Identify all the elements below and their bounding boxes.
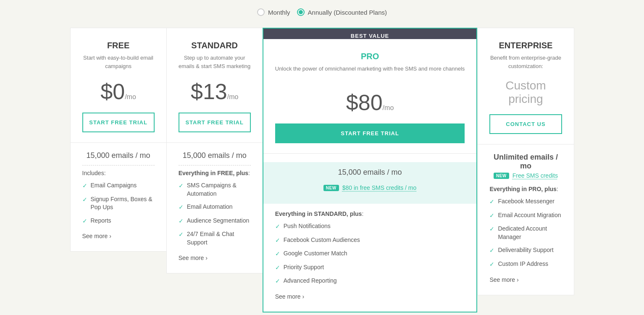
pro-sms-text: $80 in free SMS credits / mo bbox=[342, 184, 417, 191]
monthly-radio[interactable] bbox=[257, 8, 265, 16]
standard-emails: 15,000 emails / mo bbox=[179, 151, 251, 165]
billing-toggle: Monthly Annually (Discounted Plans) bbox=[8, 8, 636, 16]
free-plan-price: $0/mo bbox=[82, 79, 155, 104]
check-icon: ✓ bbox=[275, 236, 280, 245]
standard-price-amount: $13 bbox=[191, 79, 227, 104]
check-icon: ✓ bbox=[489, 247, 494, 255]
standard-see-more[interactable]: See more › bbox=[179, 255, 251, 261]
check-icon: ✓ bbox=[179, 203, 184, 212]
free-plan-desc: Start with easy-to-build email campaigns bbox=[82, 54, 155, 71]
plans-container: FREE Start with easy-to-build email camp… bbox=[70, 28, 574, 312]
free-cta-button[interactable]: START FREE TRIAL bbox=[82, 113, 155, 132]
enterprise-see-more[interactable]: See more › bbox=[489, 276, 562, 283]
plan-standard: STANDARD Step up to automate your emails… bbox=[166, 28, 263, 273]
standard-plan-name: STANDARD bbox=[179, 41, 251, 50]
list-item: ✓Push Notifications bbox=[275, 222, 465, 231]
list-item: ✓Email Automation bbox=[179, 203, 251, 212]
pro-includes-label: Everything in STANDARD, plus: bbox=[275, 210, 465, 217]
monthly-label: Monthly bbox=[268, 9, 290, 16]
standard-features-list: ✓SMS Campaigns & Automation ✓Email Autom… bbox=[179, 181, 251, 247]
list-item: ✓Custom IP Address bbox=[489, 260, 562, 269]
free-includes-label: Includes: bbox=[82, 170, 155, 176]
pro-emails: 15,000 emails / mo bbox=[275, 168, 465, 182]
free-plan-name: FREE bbox=[82, 41, 155, 50]
check-icon: ✓ bbox=[275, 250, 280, 258]
annually-radio[interactable] bbox=[297, 8, 305, 16]
check-icon: ✓ bbox=[275, 277, 280, 286]
list-item: ✓Google Customer Match bbox=[275, 249, 465, 258]
free-price-amount: $0 bbox=[100, 79, 125, 104]
check-icon: ✓ bbox=[179, 182, 184, 190]
list-item: ✓SMS Campaigns & Automation bbox=[179, 181, 251, 198]
pro-sms-row: NEW $80 in free SMS credits / mo bbox=[275, 184, 465, 191]
enterprise-cta-button[interactable]: CONTACT US bbox=[489, 114, 562, 134]
pro-cta-button[interactable]: START FREE TRIAL bbox=[275, 123, 465, 143]
pro-divider bbox=[263, 153, 477, 154]
enterprise-features-list: ✓Facebook Messenger ✓Email Account Migra… bbox=[489, 197, 562, 269]
chevron-right-icon: › bbox=[109, 233, 111, 239]
pro-emails-section: 15,000 emails / mo NEW $80 in free SMS c… bbox=[263, 162, 477, 204]
free-divider bbox=[71, 142, 166, 143]
chevron-right-icon: › bbox=[205, 255, 208, 261]
standard-plan-desc: Step up to automate your emails & start … bbox=[179, 54, 251, 71]
check-icon: ✓ bbox=[179, 217, 184, 226]
enterprise-plan-desc: Benefit from enterprise-grade customizat… bbox=[489, 54, 562, 71]
check-icon: ✓ bbox=[489, 212, 494, 220]
pro-features-list: ✓Push Notifications ✓Facebook Custom Aud… bbox=[275, 222, 465, 286]
list-item: ✓Signup Forms, Boxes & Pop Ups bbox=[82, 195, 155, 212]
list-item: ✓Facebook Custom Audiences bbox=[275, 236, 465, 245]
standard-divider bbox=[167, 142, 263, 143]
check-icon: ✓ bbox=[82, 217, 87, 226]
standard-includes-label: Everything in FREE, plus: bbox=[179, 170, 251, 176]
check-icon: ✓ bbox=[275, 223, 280, 231]
annually-option[interactable]: Annually (Discounted Plans) bbox=[297, 8, 387, 16]
list-item: ✓24/7 Email & Chat Support bbox=[179, 230, 251, 247]
check-icon: ✓ bbox=[489, 198, 494, 206]
enterprise-sms-text: Free SMS credits bbox=[513, 172, 558, 179]
pro-plan-name: PRO bbox=[275, 52, 465, 61]
monthly-option[interactable]: Monthly bbox=[257, 8, 290, 16]
check-icon: ✓ bbox=[489, 225, 494, 234]
enterprise-emails: Unlimited emails / mo bbox=[489, 153, 562, 171]
standard-plan-price: $13/mo bbox=[179, 79, 251, 104]
check-icon: ✓ bbox=[179, 231, 184, 239]
enterprise-new-badge: NEW bbox=[494, 173, 509, 179]
pro-plan-price: $80/mo bbox=[275, 90, 465, 115]
chevron-right-icon: › bbox=[517, 276, 519, 283]
check-icon: ✓ bbox=[82, 182, 87, 190]
free-price-period: /mo bbox=[125, 93, 136, 100]
list-item: ✓Email Account Migration bbox=[489, 211, 562, 220]
pro-plan-desc: Unlock the power of omnichannel marketin… bbox=[275, 65, 465, 81]
plan-enterprise: ENTERPRISE Benefit from enterprise-grade… bbox=[477, 28, 574, 295]
pro-price-amount: $80 bbox=[346, 90, 383, 115]
plan-pro-wrapper: BEST VALUE PRO Unlock the power of omnic… bbox=[263, 28, 478, 312]
chevron-right-icon: › bbox=[302, 293, 304, 300]
enterprise-includes-label: Everything in PRO, plus: bbox=[489, 186, 562, 192]
check-icon: ✓ bbox=[489, 260, 494, 269]
plan-pro: PRO Unlock the power of omnichannel mark… bbox=[263, 39, 478, 312]
list-item: ✓Email Campaigns bbox=[82, 181, 155, 190]
enterprise-plan-price: Custom pricing bbox=[489, 79, 562, 106]
annually-label: Annually (Discounted Plans) bbox=[308, 9, 387, 16]
enterprise-price-custom: Custom pricing bbox=[489, 79, 562, 106]
pro-see-more[interactable]: See more › bbox=[275, 293, 465, 300]
check-icon: ✓ bbox=[82, 196, 87, 204]
standard-price-period: /mo bbox=[227, 93, 239, 100]
check-icon: ✓ bbox=[275, 264, 280, 272]
free-see-more[interactable]: See more › bbox=[82, 233, 155, 239]
plan-free: FREE Start with easy-to-build email camp… bbox=[70, 28, 166, 252]
list-item: ✓Dedicated Account Manager bbox=[489, 225, 562, 241]
enterprise-plan-name: ENTERPRISE bbox=[489, 41, 562, 50]
list-item: ✓Audience Segmentation bbox=[179, 217, 251, 226]
list-item: ✓Priority Support bbox=[275, 263, 465, 272]
free-emails: 15,000 emails / mo bbox=[82, 151, 155, 165]
list-item: ✓Facebook Messenger bbox=[489, 197, 562, 206]
pro-price-period: /mo bbox=[383, 104, 394, 111]
list-item: ✓Reports bbox=[82, 217, 155, 226]
list-item: ✓Advanced Reporting bbox=[275, 277, 465, 286]
list-item: ✓Deliverability Support bbox=[489, 246, 562, 255]
free-features-list: ✓Email Campaigns ✓Signup Forms, Boxes & … bbox=[82, 181, 155, 225]
standard-cta-button[interactable]: START FREE TRIAL bbox=[179, 113, 251, 132]
enterprise-sms-row: NEW Free SMS credits bbox=[489, 172, 562, 179]
pro-new-badge: NEW bbox=[323, 185, 339, 191]
